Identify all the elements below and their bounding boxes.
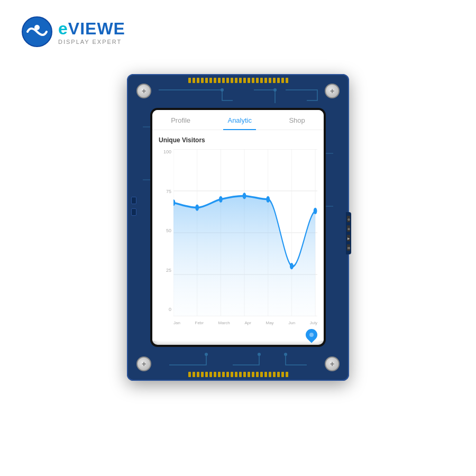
x-label-apr: Apr <box>244 321 251 325</box>
svg-point-4 <box>205 353 208 356</box>
svg-point-6 <box>284 353 287 356</box>
connector-symbol-4: ⊠ <box>347 244 350 251</box>
x-label-jan: Jan <box>173 321 180 325</box>
x-label-july: July <box>310 321 317 325</box>
x-axis: Jan Febr March Apr May Jun July <box>173 317 317 328</box>
screw-bottom-left <box>136 356 151 371</box>
data-point-jun <box>290 263 294 269</box>
y-label-75: 75 <box>166 189 171 194</box>
brand-name: eVIEWE <box>58 19 125 39</box>
right-connector: ⊕ ⊕ ▶ ⊠ <box>346 212 351 254</box>
data-point-may <box>266 196 270 203</box>
screw-bottom-right <box>325 356 340 371</box>
data-point-mar <box>219 196 223 203</box>
chart-svg-container <box>173 149 317 316</box>
svg-point-1 <box>34 25 40 30</box>
svg-point-5 <box>258 353 261 356</box>
tab-bar: Profile Analytic Shop <box>152 110 324 130</box>
left-component-2 <box>131 208 136 216</box>
x-label-feb: Febr <box>195 321 204 325</box>
screw-top-left <box>136 84 151 98</box>
pcb-board: ⊕ ⊕ ▶ ⊠ Profile Analytic Shop Unique Vis… <box>127 74 349 381</box>
svg-point-2 <box>221 88 224 91</box>
tab-profile[interactable]: Profile <box>167 115 195 125</box>
connector-symbol-1: ⊕ <box>347 216 350 222</box>
logo-text: eVIEWE DISPLAY EXPERT <box>58 19 125 45</box>
connector-symbol-3: ▶ <box>347 235 350 241</box>
y-label-50: 50 <box>166 228 171 233</box>
data-point-july <box>314 208 317 214</box>
connector-symbol-2: ⊕ <box>347 225 350 232</box>
svg-point-3 <box>273 88 277 91</box>
data-point-feb <box>195 204 199 210</box>
chart-title: Unique Visitors <box>159 136 317 144</box>
chart-panel: Unique Visitors 100 75 50 25 0 <box>152 130 324 341</box>
y-label-25: 25 <box>166 268 171 273</box>
display-screen: Profile Analytic Shop Unique Visitors 10… <box>152 110 324 345</box>
chart-area: 100 75 50 25 0 <box>159 149 317 328</box>
left-component-1 <box>131 197 136 204</box>
logo-icon <box>21 16 53 48</box>
tab-analytic[interactable]: Analytic <box>223 115 256 125</box>
x-label-mar: March <box>218 321 230 325</box>
y-label-100: 100 <box>163 149 171 154</box>
bottom-pins <box>159 371 317 378</box>
line-chart <box>173 149 317 316</box>
brand-e: e <box>58 19 68 38</box>
y-axis: 100 75 50 25 0 <box>159 149 173 312</box>
screw-top-right <box>325 84 340 98</box>
brand-tagline: DISPLAY EXPERT <box>58 39 125 45</box>
x-label-jun: Jun <box>288 321 295 325</box>
logo: eVIEWE DISPLAY EXPERT <box>21 16 125 48</box>
top-pins <box>159 77 317 84</box>
data-point-apr <box>243 193 246 199</box>
tab-shop[interactable]: Shop <box>285 115 309 125</box>
chart-area-fill <box>173 196 315 316</box>
y-label-0: 0 <box>169 307 171 312</box>
left-components <box>131 197 136 216</box>
x-label-may: May <box>266 321 273 325</box>
